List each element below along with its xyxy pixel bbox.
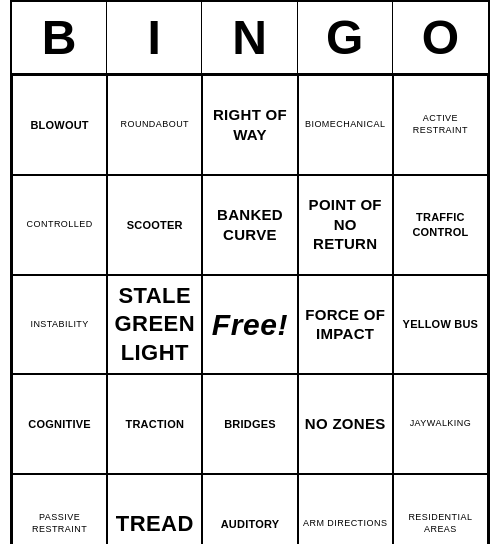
cell-text-20: PASSIVE RESTRAINT [17,512,102,535]
bingo-cell-3[interactable]: BIOMECHANICAL [298,75,393,175]
cell-text-18: NO ZONES [305,414,386,434]
cell-text-2: RIGHT OF WAY [207,105,292,144]
bingo-cell-10[interactable]: INSTABILITY [12,275,107,375]
bingo-cell-0[interactable]: BLOWOUT [12,75,107,175]
bingo-card: B I N G O BLOWOUTROUNDABOUTRIGHT OF WAYB… [10,0,490,544]
bingo-cell-8[interactable]: POINT OF NO RETURN [298,175,393,275]
bingo-cell-23[interactable]: ARM DIRECTIONS [298,474,393,544]
cell-text-11: STALE GREEN LIGHT [112,282,197,368]
bingo-cell-13[interactable]: FORCE OF IMPACT [298,275,393,375]
bingo-cell-9[interactable]: TRAFFIC CONTROL [393,175,488,275]
bingo-cell-22[interactable]: AUDITORY [202,474,297,544]
cell-text-7: BANKED CURVE [207,205,292,244]
header-b: B [12,2,107,73]
cell-text-5: CONTROLLED [27,219,93,231]
bingo-cell-15[interactable]: COGNITIVE [12,374,107,474]
cell-text-9: TRAFFIC CONTROL [398,210,483,239]
bingo-header: B I N G O [12,2,488,75]
bingo-cell-5[interactable]: CONTROLLED [12,175,107,275]
bingo-cell-4[interactable]: ACTIVE RESTRAINT [393,75,488,175]
cell-text-3: BIOMECHANICAL [305,119,385,131]
cell-text-8: POINT OF NO RETURN [303,195,388,254]
bingo-cell-16[interactable]: TRACTION [107,374,202,474]
cell-text-6: SCOOTER [127,218,183,232]
cell-text-22: AUDITORY [221,517,280,531]
cell-text-4: ACTIVE RESTRAINT [398,113,483,136]
bingo-cell-6[interactable]: SCOOTER [107,175,202,275]
header-g: G [298,2,393,73]
cell-text-13: FORCE OF IMPACT [303,305,388,344]
bingo-cell-11[interactable]: STALE GREEN LIGHT [107,275,202,375]
cell-text-19: JAYWALKING [410,418,472,430]
cell-text-21: TREAD [116,510,194,539]
cell-text-0: BLOWOUT [30,118,88,132]
bingo-cell-2[interactable]: RIGHT OF WAY [202,75,297,175]
cell-text-10: INSTABILITY [30,319,88,331]
bingo-cell-1[interactable]: ROUNDABOUT [107,75,202,175]
header-n: N [202,2,297,73]
cell-text-24: RESIDENTIAL AREAS [398,512,483,535]
header-o: O [393,2,488,73]
bingo-cell-14[interactable]: YELLOW BUS [393,275,488,375]
cell-text-17: BRIDGES [224,417,276,431]
bingo-cell-20[interactable]: PASSIVE RESTRAINT [12,474,107,544]
cell-text-14: YELLOW BUS [403,317,479,331]
bingo-grid: BLOWOUTROUNDABOUTRIGHT OF WAYBIOMECHANIC… [12,75,488,544]
bingo-cell-24[interactable]: RESIDENTIAL AREAS [393,474,488,544]
bingo-cell-18[interactable]: NO ZONES [298,374,393,474]
header-i: I [107,2,202,73]
bingo-cell-17[interactable]: BRIDGES [202,374,297,474]
bingo-cell-7[interactable]: BANKED CURVE [202,175,297,275]
cell-text-12: Free! [212,305,288,344]
cell-text-15: COGNITIVE [28,417,91,431]
cell-text-16: TRACTION [125,417,184,431]
bingo-cell-12[interactable]: Free! [202,275,297,375]
bingo-cell-21[interactable]: TREAD [107,474,202,544]
cell-text-23: ARM DIRECTIONS [303,518,387,530]
bingo-cell-19[interactable]: JAYWALKING [393,374,488,474]
cell-text-1: ROUNDABOUT [121,119,190,131]
